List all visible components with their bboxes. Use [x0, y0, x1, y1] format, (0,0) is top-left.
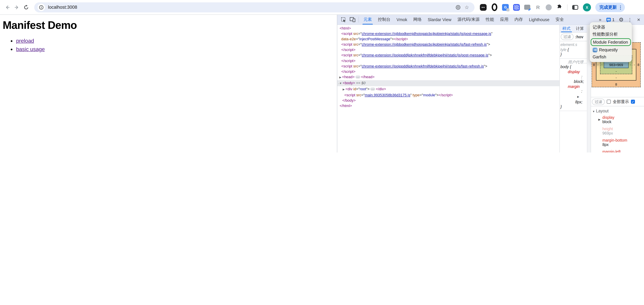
side-panel-icon[interactable]: [572, 4, 578, 10]
devtools-tab[interactable]: 元素: [360, 15, 375, 24]
devtools-close-icon[interactable]: ×: [634, 16, 643, 24]
group-checkbox[interactable]: ✓: [631, 100, 635, 104]
node-menu-dots-icon[interactable]: …: [338, 80, 341, 86]
code-token: <head>: [342, 75, 355, 79]
devtools-tab[interactable]: 安全: [552, 15, 567, 24]
menu-item-性能数据分析[interactable]: 性能数据分析: [590, 31, 632, 38]
update-chip-label: 完成更新: [599, 4, 617, 10]
code-token: ">: [366, 87, 370, 91]
show-all-checkbox[interactable]: [607, 100, 611, 104]
styles-sidebar-tab[interactable]: 样式: [560, 25, 573, 32]
device-toolbar-icon[interactable]: [348, 15, 357, 24]
dom-tree-line[interactable]: </script>: [337, 58, 560, 63]
style-rule-section[interactable]: element.style {}: [560, 41, 587, 59]
dom-tree-line[interactable]: <html>: [337, 26, 560, 31]
more-tabs-button[interactable]: »: [596, 17, 604, 22]
dom-tree-line[interactable]: </body>: [337, 98, 560, 103]
computed-property[interactable]: margin-left8px: [591, 149, 644, 152]
code-token: ">: [488, 53, 492, 57]
code-token: main.99353058b36d3175.js: [365, 93, 410, 97]
extension-translate-icon[interactable]: G: [502, 4, 509, 10]
menu-item-requestly[interactable]: Requestly: [590, 46, 632, 53]
extension-dark-dots-icon[interactable]: ●●: [480, 4, 486, 10]
style-token: tyle: [560, 48, 568, 52]
show-all-label: 全部显示: [613, 99, 629, 104]
dom-tree-line[interactable]: </script>: [337, 69, 560, 74]
dom-tree-line[interactable]: …▼ <body> == $0: [337, 80, 560, 86]
inspect-element-icon[interactable]: [339, 15, 348, 24]
site-info-icon[interactable]: [38, 4, 45, 11]
code-token: </html>: [340, 104, 352, 108]
menu-item-module-federation[interactable]: Module Federation: [591, 38, 631, 46]
code-token: ">: [486, 42, 490, 46]
browser-menu-icon[interactable]: ⋮: [618, 4, 623, 10]
page-link[interactable]: preload: [16, 38, 34, 44]
devtools-tab[interactable]: 网络: [410, 15, 425, 24]
browser-toolbar: localhost:3008 ☆ ●●GR X 完成更新 ⋮: [0, 0, 644, 15]
menu-item-label: 性能数据分析: [593, 32, 618, 37]
preview-eye-icon[interactable]: [454, 3, 462, 12]
computed-filter-input[interactable]: 过滤: [592, 98, 605, 105]
menu-item-label: 记录器: [593, 24, 605, 30]
style-token: 用户代理…: [568, 60, 587, 64]
code-token: injectPostMessage: [360, 37, 390, 41]
dom-tree-line[interactable]: <script src="chrome-extension://ojbbodke…: [337, 31, 560, 36]
update-chrome-chip[interactable]: 完成更新 ⋮: [595, 2, 625, 12]
url-text[interactable]: localhost:3008: [48, 5, 77, 10]
issues-badge[interactable]: 1: [604, 17, 616, 22]
layout-section-header[interactable]: ▼Layout: [591, 107, 644, 115]
computed-property[interactable]: ▶displayblock: [591, 115, 644, 126]
menu-item-记录器[interactable]: 记录器: [590, 24, 632, 31]
forward-button-icon[interactable]: [12, 2, 22, 12]
address-bar[interactable]: localhost:3008 ☆: [34, 2, 474, 12]
computed-property-value: 969px: [602, 131, 644, 136]
dom-tree-line[interactable]: ▶ <div id="root">…</div>: [337, 86, 560, 92]
style-rules: element.style {}用户代理…body {display:block…: [560, 41, 587, 111]
code-token: =": [420, 93, 423, 97]
back-button-icon[interactable]: [3, 2, 12, 12]
expand-node-icon[interactable]: …: [355, 76, 360, 78]
dom-tree-line[interactable]: <script src="chrome-extension://poippddl…: [337, 63, 560, 68]
extension-grey-circle-icon[interactable]: [546, 4, 552, 10]
style-rule-line: 用户代理…: [560, 60, 587, 64]
dom-tree-line[interactable]: <script src="main.99353058b36d3175.js" t…: [337, 92, 560, 98]
style-token: display: [568, 70, 580, 74]
profile-avatar[interactable]: X: [583, 3, 591, 11]
expand-node-icon[interactable]: …: [370, 88, 375, 90]
devtools-tab[interactable]: 源代码/来源: [454, 15, 482, 24]
styles-sidebar-tabs: 样式计算: [560, 25, 587, 32]
style-rule-section[interactable]: 用户代理…body {display:block;margin:▶8px;}: [560, 59, 587, 111]
extension-dark-oval-icon[interactable]: [491, 4, 498, 10]
devtools-tab[interactable]: 控制台: [375, 15, 394, 24]
devtools-tab[interactable]: Lighthouse: [526, 15, 552, 24]
reload-button-icon[interactable]: [22, 2, 31, 12]
disclosure-arrow-icon[interactable]: ▶: [598, 118, 600, 122]
dom-tree-line[interactable]: </html>: [337, 103, 560, 108]
disclosure-arrow-icon[interactable]: ▶: [339, 76, 342, 79]
page-link[interactable]: basic usage: [16, 46, 45, 52]
devtools-tab[interactable]: 应用: [497, 15, 512, 24]
extension-printer-icon[interactable]: [524, 5, 530, 10]
dom-tree-line[interactable]: <script src="chrome-extension://poippddl…: [337, 52, 560, 58]
puzzle-extensions-icon[interactable]: [556, 4, 563, 10]
pseudo-state-toggle[interactable]: :hov: [575, 35, 584, 39]
box-model-content[interactable]: 983×969: [604, 62, 628, 68]
extension-requestly-grey-icon[interactable]: R: [534, 4, 541, 10]
code-token: type: [412, 93, 420, 97]
menu-item-garfish[interactable]: Garfish: [590, 53, 632, 60]
devtools-tab[interactable]: Slardar View: [425, 15, 454, 24]
dom-tree-line[interactable]: ▶ <head>…</head>: [337, 74, 560, 80]
computed-property[interactable]: height969px: [591, 126, 644, 138]
devtools-tab[interactable]: 性能: [482, 15, 497, 24]
extension-blue-hatch-icon[interactable]: [513, 4, 520, 10]
dom-tree-line[interactable]: </script>: [337, 47, 560, 52]
devtools-tab[interactable]: Vmok: [394, 15, 410, 24]
dom-tree-line[interactable]: <script src="chrome-extension://ojbbodke…: [337, 42, 560, 47]
styles-filter-input[interactable]: 过滤: [561, 34, 574, 40]
disclosure-arrow-icon[interactable]: ▶: [343, 88, 346, 91]
dom-tree-line[interactable]: data-e2e="injectPostMessage"></script>: [337, 36, 560, 42]
bookmark-star-icon[interactable]: ☆: [462, 3, 471, 12]
devtools-tab[interactable]: 内存: [512, 15, 526, 24]
styles-sidebar-tab[interactable]: 计算: [573, 25, 586, 32]
computed-property[interactable]: margin-bottom8px: [591, 138, 644, 149]
